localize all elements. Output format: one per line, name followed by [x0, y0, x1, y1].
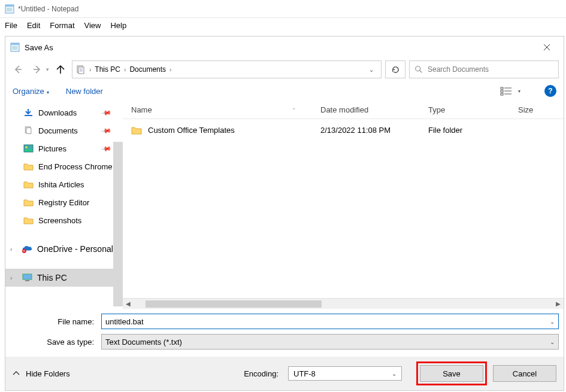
pictures-icon [23, 144, 34, 153]
tree-scrollbar[interactable] [113, 142, 123, 306]
chevron-right-icon: › [10, 275, 17, 281]
menu-file[interactable]: File [5, 21, 17, 30]
nav-forward-button[interactable] [29, 62, 45, 77]
nav-back-button[interactable] [10, 62, 26, 77]
documents-icon [76, 65, 86, 74]
notepad-icon [10, 42, 20, 52]
pin-icon: 📌 [101, 143, 112, 154]
close-button[interactable] [535, 38, 559, 57]
chevron-right-icon: › [170, 66, 171, 73]
breadcrumb-thispc[interactable]: This PC [95, 65, 120, 74]
search-placeholder: Search Documents [428, 65, 489, 74]
chevron-down-icon[interactable]: ⌄ [550, 318, 555, 325]
organize-menu[interactable]: Organize▾ [13, 87, 49, 96]
refresh-icon [391, 65, 400, 74]
chevron-down-icon: ⌄ [392, 370, 396, 377]
notepad-title: *Untitled - Notepad [18, 5, 78, 13]
menu-edit[interactable]: Edit [27, 21, 40, 30]
encoding-label: Encoding: [244, 369, 279, 378]
tree-item-onedrive[interactable]: › ✕ OneDrive - Personal [5, 240, 123, 258]
arrow-up-icon [56, 65, 65, 74]
onedrive-icon: ✕ [22, 245, 32, 253]
help-button[interactable]: ? [544, 85, 556, 97]
svg-rect-24 [501, 93, 503, 95]
documents-icon [23, 126, 34, 135]
folder-icon [23, 180, 34, 189]
savetype-select[interactable]: Text Documents (*.txt) ⌄ [101, 334, 559, 350]
column-type[interactable]: Type [428, 105, 518, 114]
arrow-right-icon [32, 65, 42, 74]
cancel-button[interactable]: Cancel [493, 365, 556, 382]
dialog-titlebar: Save As [5, 37, 564, 58]
view-mode-button[interactable]: ▾ [500, 86, 520, 96]
dialog-bottom-row: Hide Folders Encoding: UTF-8 ⌄ Save Canc… [5, 357, 564, 390]
thispc-icon [22, 274, 32, 282]
menu-view[interactable]: View [84, 21, 101, 30]
folder-icon [23, 198, 34, 206]
list-item[interactable]: Custom Office Templates 2/13/2022 11:08 … [123, 119, 564, 141]
filename-field[interactable] [105, 317, 550, 326]
notepad-icon [5, 4, 14, 14]
folder-icon [23, 162, 34, 171]
folder-icon [23, 216, 34, 224]
chevron-up-icon [13, 370, 20, 377]
search-input[interactable]: Search Documents [409, 60, 559, 78]
dialog-title: Save As [25, 43, 53, 52]
pin-icon: 📌 [101, 107, 112, 118]
toolbar: Organize▾ New folder ▾ ? [5, 81, 564, 101]
column-size[interactable]: Size [518, 105, 564, 114]
file-list: Name⌃ Date modified Type Size Custom Off… [123, 101, 564, 309]
filename-form: File name: ⌄ Save as type: Text Document… [5, 309, 564, 357]
details-view-icon [500, 86, 512, 96]
breadcrumb-documents[interactable]: Documents [129, 65, 166, 74]
new-folder-button[interactable]: New folder [66, 87, 103, 96]
save-as-dialog: Save As ▾ › This PC › Documents › ⌄ Sear… [5, 36, 564, 391]
tree-item-downloads[interactable]: Downloads📌 [5, 104, 123, 121]
tree-item-thispc[interactable]: › This PC [5, 269, 123, 287]
svg-rect-23 [501, 90, 503, 92]
svg-line-21 [420, 71, 422, 73]
downloads-icon [23, 108, 34, 117]
column-headers: Name⌃ Date modified Type Size [123, 101, 564, 119]
pin-icon: 📌 [101, 125, 112, 136]
svg-rect-6 [11, 43, 19, 45]
encoding-select[interactable]: UTF-8 ⌄ [288, 366, 402, 381]
address-bar[interactable]: › This PC › Documents › ⌄ [72, 60, 382, 78]
menu-help[interactable]: Help [110, 21, 126, 30]
close-icon [543, 44, 550, 51]
address-row: ▾ › This PC › Documents › ⌄ Search Docum… [5, 58, 564, 81]
folder-icon [131, 126, 142, 135]
horizontal-scrollbar[interactable]: ◀▶ [123, 298, 564, 309]
arrow-left-icon [13, 65, 23, 74]
save-button-highlight: Save [416, 361, 487, 385]
tree-item-folder[interactable]: Screenshots [5, 211, 123, 229]
tree-item-pictures[interactable]: Pictures📌 [5, 139, 123, 157]
save-button[interactable]: Save [420, 365, 483, 382]
chevron-right-icon: › [10, 246, 17, 253]
svg-point-32 [25, 146, 27, 148]
tree-item-folder[interactable]: End Process Chrome [5, 157, 123, 175]
column-name[interactable]: Name⌃ [123, 105, 320, 114]
filename-input[interactable]: ⌄ [101, 314, 559, 329]
notepad-titlebar: *Untitled - Notepad [0, 0, 566, 18]
tree-item-folder[interactable]: Registry Editor [5, 193, 123, 211]
search-icon [414, 65, 423, 74]
savetype-label: Save as type: [10, 338, 101, 347]
svg-rect-1 [5, 5, 14, 7]
hide-folders-button[interactable]: Hide Folders [13, 369, 70, 378]
refresh-button[interactable] [385, 60, 405, 78]
svg-text:✕: ✕ [23, 249, 25, 253]
nav-history-dropdown[interactable]: ▾ [46, 66, 49, 72]
menu-format[interactable]: Format [50, 21, 74, 30]
chevron-right-icon: › [89, 66, 91, 73]
column-date[interactable]: Date modified [320, 105, 428, 114]
tree-item-documents[interactable]: Documents📌 [5, 121, 123, 139]
filename-label: File name: [10, 317, 101, 326]
nav-up-button[interactable] [53, 62, 68, 77]
notepad-menu-bar: File Edit Format View Help [0, 18, 566, 32]
tree-item-folder[interactable]: Ishita Articles [5, 175, 123, 193]
svg-rect-22 [501, 87, 503, 89]
address-dropdown[interactable]: ⌄ [365, 66, 377, 73]
svg-point-20 [416, 66, 420, 71]
chevron-right-icon: › [124, 66, 126, 73]
